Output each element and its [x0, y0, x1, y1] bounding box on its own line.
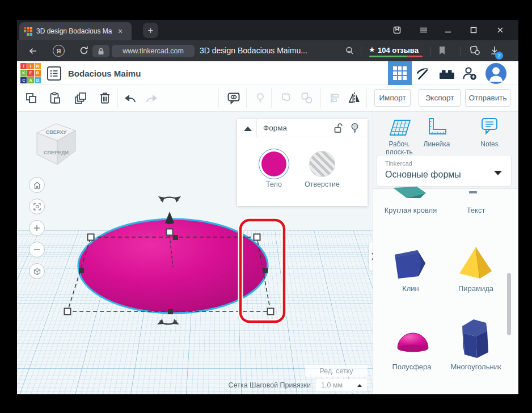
- invite-person-add-icon[interactable]: [462, 65, 479, 85]
- undo-icon[interactable]: [121, 88, 140, 108]
- sidebar-collapse-handle[interactable]: [369, 242, 373, 271]
- shape-thumb-wedge[interactable]: [392, 248, 429, 283]
- shape-thumb-hemisphere[interactable]: [396, 328, 429, 355]
- ruler-tool-icon[interactable]: [425, 116, 449, 140]
- browser-tab-bar: 3D design Bodacious Mа × +: [17, 20, 518, 40]
- new-tab-button[interactable]: +: [143, 23, 158, 38]
- inspector-title: Форма: [263, 124, 287, 132]
- page-title: 3D design Bodacious Maimu...: [200, 46, 307, 55]
- tinkercad-favicon: [24, 27, 32, 36]
- extensions-icon[interactable]: [469, 45, 480, 58]
- shape-name[interactable]: Полусфера: [392, 363, 431, 371]
- divider: [430, 46, 430, 56]
- body-label: Тело: [266, 180, 282, 188]
- download-count-badge: 2: [495, 52, 503, 60]
- caret-up-icon: [357, 384, 362, 387]
- minimize-button[interactable]: [441, 23, 455, 37]
- search-icon[interactable]: [345, 46, 354, 58]
- snap-grid-value: 1,0 мм: [321, 381, 343, 389]
- snap-grid-select[interactable]: 1,0 мм: [316, 379, 367, 391]
- delete-trash-icon[interactable]: [95, 88, 115, 108]
- export-button[interactable]: Экспорт: [419, 89, 461, 107]
- minecraft-pickaxe-icon[interactable]: [414, 65, 431, 85]
- shape-name[interactable]: Текст: [467, 206, 485, 214]
- shape-name[interactable]: Клин: [402, 284, 419, 293]
- url-field[interactable]: www.tinkercad.com: [112, 45, 195, 57]
- notes-tool-icon[interactable]: [479, 116, 500, 140]
- logo-tile: D: [35, 77, 41, 83]
- copy-icon[interactable]: [22, 88, 41, 108]
- shape-thumb-text[interactable]: [469, 191, 477, 193]
- maximize-button[interactable]: [466, 23, 481, 37]
- body-color-swatch[interactable]: [261, 151, 286, 176]
- import-button[interactable]: Импорт: [374, 89, 411, 107]
- shape-thumb-round-roof[interactable]: [392, 187, 427, 200]
- shape-thumb-polygon-prism[interactable]: [458, 316, 493, 361]
- redo-icon[interactable]: [142, 88, 161, 108]
- designs-list-icon[interactable]: [47, 66, 62, 83]
- hole-label: Отверстие: [305, 180, 340, 188]
- shape-library-dropdown[interactable]: Tinkercad Основные формы: [377, 155, 512, 187]
- hole-swatch[interactable]: [309, 151, 335, 177]
- menu-icon[interactable]: [416, 23, 431, 37]
- shape-gallery: Круглая кровля Текст Клин Пирамида: [373, 188, 518, 394]
- workplane-label-line1: Рабоч.: [389, 140, 409, 148]
- shape-name[interactable]: Круглая кровля: [385, 206, 437, 214]
- tab-close-icon[interactable]: ×: [118, 27, 123, 35]
- lightbulb-visibility-icon[interactable]: [349, 122, 360, 136]
- back-icon[interactable]: [28, 46, 38, 58]
- height-cone-handle[interactable]: [165, 212, 174, 224]
- snap-grid-label: Сетка Шаговой Привязки: [226, 381, 311, 389]
- group-icon: [277, 88, 296, 108]
- divider: [320, 88, 321, 108]
- address-bar: Я www.tinkercad.com 3D design Bodacious …: [17, 40, 518, 61]
- mirror-flip-icon[interactable]: [345, 88, 364, 108]
- divider: [117, 88, 118, 108]
- yandex-home-icon[interactable]: Я: [53, 45, 65, 57]
- shape-name[interactable]: Пирамида: [458, 284, 493, 293]
- close-window-button[interactable]: [493, 23, 508, 37]
- tinkercad-logo[interactable]: TINKERCAD: [20, 63, 41, 83]
- url-text: www.tinkercad.com: [123, 47, 184, 55]
- reload-icon[interactable]: [79, 45, 89, 58]
- browser-tab-active[interactable]: 3D design Bodacious Mа ×: [19, 22, 132, 40]
- user-avatar[interactable]: [485, 63, 506, 84]
- browser-window: 3D design Bodacious Mа × + Я: [17, 20, 518, 394]
- collapse-panel-icon[interactable]: [244, 127, 252, 131]
- site-security-lock[interactable]: [92, 45, 109, 57]
- logo-tile: K: [20, 70, 27, 76]
- rating-bar: [369, 56, 423, 57]
- show-all-comment-icon[interactable]: [224, 88, 243, 108]
- bookmark-flag-icon[interactable]: [438, 45, 446, 58]
- rating-text[interactable]: 104 отзыва: [378, 46, 419, 54]
- duplicate-icon[interactable]: [71, 88, 90, 108]
- shapes-sidebar: Рабоч. плоск-ть Линейка Notes Tinkercad …: [373, 112, 518, 394]
- app-header: TINKERCAD Bodacious Maimu: [17, 61, 518, 85]
- workplane-tool-icon[interactable]: [386, 116, 412, 141]
- sidebar-scrollbar[interactable]: [507, 273, 511, 335]
- side-panel-icon[interactable]: [390, 23, 404, 37]
- library-brand: Tinkercad: [385, 160, 412, 167]
- edit-grid-button[interactable]: Ред. сетку: [305, 365, 368, 377]
- logo-tile: N: [35, 63, 41, 69]
- shape-thumb-pyramid[interactable]: [457, 246, 494, 282]
- brick-builder-icon[interactable]: [438, 66, 456, 83]
- shape-inspector-panel: Форма Тело Отверстие: [237, 119, 368, 206]
- lock-icon[interactable]: [333, 123, 343, 136]
- paste-icon[interactable]: [45, 88, 65, 108]
- logo-tile: E: [27, 70, 33, 76]
- library-selected: Основные формы: [385, 170, 461, 180]
- inspector-header: Форма: [237, 119, 368, 137]
- lightbulb-icon: [251, 88, 270, 108]
- tab-title: 3D design Bodacious Mа: [36, 27, 116, 35]
- logo-tile: R: [35, 70, 41, 76]
- edit-toolbar: Импорт Экспорт Отправить: [17, 85, 518, 112]
- shape-name[interactable]: Многоугольник: [450, 363, 501, 371]
- divider: [256, 119, 257, 137]
- grid-icon: [393, 66, 407, 80]
- blocks-view-button[interactable]: [388, 61, 412, 85]
- design-title[interactable]: Bodacious Maimu: [68, 69, 141, 78]
- logo-tile: C: [20, 77, 27, 83]
- send-button[interactable]: Отправить: [465, 89, 510, 107]
- divider: [361, 46, 361, 56]
